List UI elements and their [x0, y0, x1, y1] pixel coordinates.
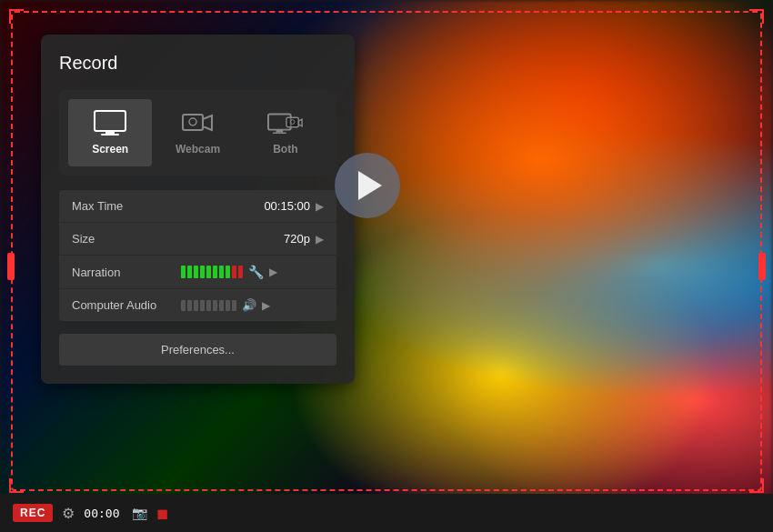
audio-bar-9 — [232, 300, 236, 311]
narration-bar-2 — [187, 266, 192, 278]
audio-bar-1 — [181, 300, 186, 311]
size-value: 720p — [181, 232, 310, 246]
screen-mode-label: Screen — [92, 143, 128, 156]
max-time-arrow[interactable]: ▶ — [316, 200, 324, 213]
computer-audio-row: Computer Audio 🔊 ▶ — [59, 289, 336, 321]
preferences-button[interactable]: Preferences... — [59, 334, 336, 366]
size-row: Size 720p ▶ — [59, 223, 336, 256]
screen-record-icon[interactable]: ◼ — [156, 505, 168, 522]
rec-badge: REC — [13, 504, 53, 522]
audio-bar-2 — [187, 300, 192, 311]
corner-br — [749, 478, 764, 493]
webcam-mode-label: Webcam — [176, 143, 220, 156]
max-time-value: 00:15:00 — [181, 199, 310, 213]
computer-audio-label: Computer Audio — [72, 298, 181, 312]
webcam-icon — [181, 110, 214, 136]
narration-arrow[interactable]: ▶ — [269, 266, 277, 278]
corner-tr — [749, 9, 764, 24]
both-mode-label: Both — [273, 143, 297, 156]
narration-bar-8 — [226, 266, 230, 278]
corner-tl — [9, 9, 24, 24]
mode-selector: Screen Webcam — [59, 90, 336, 176]
narration-bar-4 — [200, 266, 205, 278]
audio-bar-3 — [194, 300, 198, 311]
play-button[interactable] — [335, 153, 400, 218]
audio-bar-6 — [213, 300, 217, 311]
svg-rect-0 — [95, 111, 125, 131]
narration-bar-5 — [206, 266, 211, 278]
screen-icon — [94, 110, 126, 136]
record-panel: Record Screen Webcam — [41, 35, 355, 384]
svg-rect-9 — [286, 117, 298, 126]
mic-settings-icon[interactable]: 🔧 — [248, 265, 264, 279]
svg-rect-7 — [276, 130, 283, 133]
size-arrow[interactable]: ▶ — [316, 233, 324, 246]
mode-webcam-button[interactable]: Webcam — [156, 99, 239, 166]
mode-screen-button[interactable]: Screen — [68, 99, 152, 166]
max-time-label: Max Time — [72, 199, 181, 213]
narration-label: Narration — [72, 266, 181, 279]
both-icon — [267, 110, 304, 136]
narration-bar-10 — [238, 266, 243, 278]
narration-bar-6 — [213, 266, 217, 278]
narration-bar-3 — [194, 266, 198, 278]
edge-handle-left[interactable] — [7, 253, 15, 280]
svg-rect-8 — [273, 132, 286, 133]
settings-icon[interactable]: ⚙ — [62, 505, 75, 522]
svg-rect-2 — [101, 134, 119, 136]
audio-bar-4 — [200, 300, 205, 311]
svg-rect-1 — [105, 131, 115, 134]
edge-handle-right[interactable] — [758, 253, 766, 280]
bottom-toolbar: REC ⚙ 00:00 📷 ◼ — [0, 494, 773, 532]
narration-row: Narration 🔧 ▶ — [59, 256, 336, 289]
svg-rect-3 — [183, 115, 203, 130]
corner-bl — [9, 478, 24, 493]
size-label: Size — [72, 232, 181, 246]
settings-area: Max Time 00:15:00 ▶ Size 720p ▶ Narratio… — [59, 190, 336, 321]
computer-audio-arrow[interactable]: ▶ — [262, 299, 270, 312]
svg-marker-4 — [203, 115, 212, 130]
narration-bar-7 — [219, 266, 224, 278]
panel-title: Record — [59, 53, 336, 74]
computer-audio-meter — [181, 300, 236, 311]
svg-point-5 — [189, 118, 196, 125]
play-triangle-icon — [358, 171, 382, 200]
mode-both-button[interactable]: Both — [244, 99, 327, 166]
camera-icon[interactable]: 📷 — [132, 506, 147, 520]
time-display: 00:00 — [84, 507, 119, 520]
audio-bar-8 — [226, 300, 230, 311]
audio-bar-7 — [219, 300, 224, 311]
svg-marker-10 — [298, 119, 302, 126]
speaker-icon[interactable]: 🔊 — [242, 298, 256, 312]
main-container: Record Screen Webcam — [0, 0, 773, 532]
audio-bar-5 — [206, 300, 211, 311]
max-time-row: Max Time 00:15:00 ▶ — [59, 190, 336, 223]
narration-bar-9 — [232, 266, 236, 278]
narration-bar-1 — [181, 266, 186, 278]
narration-meter — [181, 266, 243, 278]
